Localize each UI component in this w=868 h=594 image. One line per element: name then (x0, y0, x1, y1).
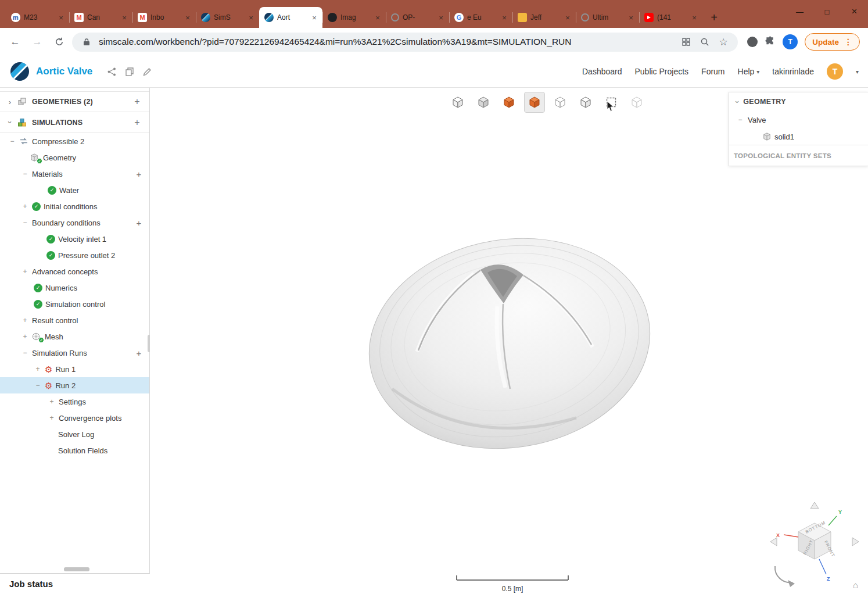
copy-icon[interactable] (125, 67, 134, 76)
expand-toggle[interactable]: + (34, 365, 42, 373)
collapse-toggle[interactable]: − (34, 381, 42, 389)
edit-pencil-icon[interactable] (143, 67, 152, 76)
home-view-icon[interactable]: ⌂ (853, 580, 858, 590)
collapse-toggle[interactable]: − (21, 219, 29, 227)
tab-close-icon[interactable]: × (690, 13, 698, 22)
forward-button[interactable]: → (28, 33, 46, 51)
add-geometry-button[interactable]: + (132, 96, 142, 107)
browser-tab-op[interactable]: OP-× (386, 7, 449, 28)
tree-item-result-control[interactable]: +Result control (0, 312, 149, 328)
collapse-toggle[interactable]: − (21, 349, 29, 357)
tab-close-icon[interactable]: × (564, 13, 572, 22)
browser-profile-avatar[interactable]: T (783, 34, 798, 49)
user-avatar[interactable]: T (827, 63, 843, 80)
tree-item-water[interactable]: ✓Water (0, 182, 149, 198)
tab-grid-icon[interactable] (680, 37, 693, 46)
tree-item-simulation-control[interactable]: ✓Simulation control (0, 296, 149, 312)
nav-help[interactable]: Help▾ (738, 67, 760, 76)
add-button[interactable]: + (134, 169, 144, 179)
tab-close-icon[interactable]: × (247, 13, 255, 22)
nav-username[interactable]: takinrinlade (772, 67, 814, 76)
tree-item-initial-conditions[interactable]: +✓Initial conditions (0, 198, 149, 214)
share-icon[interactable] (107, 67, 116, 76)
browser-tab-inbo[interactable]: MInbo× (132, 7, 196, 28)
sidebar-section-geometries[interactable]: › GEOMETRIES (2) + (0, 91, 149, 112)
tree-item-convergence-plots[interactable]: +Convergence plots (0, 410, 149, 426)
tab-close-icon[interactable]: × (184, 13, 192, 22)
horizontal-scrollbar-thumb[interactable] (64, 567, 89, 571)
new-tab-button[interactable]: + (706, 9, 722, 26)
extension-icon[interactable] (747, 37, 758, 47)
update-button[interactable]: Update ⋮ (805, 33, 860, 51)
tab-close-icon[interactable]: × (374, 13, 382, 22)
geometry-panel-header[interactable]: › GEOMETRY (729, 92, 868, 111)
close-button[interactable]: × (841, 0, 868, 23)
geometry-tree-item-valve[interactable]: − Valve (729, 111, 868, 128)
tree-item-run-2[interactable]: −⚙Run 2 (0, 377, 149, 393)
bookmark-star-icon[interactable]: ☆ (717, 36, 730, 48)
wireframe-shading-button[interactable] (575, 92, 596, 113)
browser-tab-sims[interactable]: SimS× (196, 7, 259, 28)
browser-tab-eeu[interactable]: Ge Eu× (449, 7, 512, 28)
browser-tab-141[interactable]: (141× (639, 7, 702, 28)
tree-item-solver-log[interactable]: Solver Log (0, 426, 149, 442)
add-button[interactable]: + (134, 218, 144, 228)
tree-item-settings[interactable]: +Settings (0, 393, 149, 410)
browser-tab-jeff[interactable]: Jeff× (512, 7, 576, 28)
tree-item-run-1[interactable]: +⚙Run 1 (0, 361, 149, 377)
url-text[interactable]: simscale.com/workbench/?pid=707922212694… (99, 37, 674, 47)
tree-item-velocity-inlet-1[interactable]: ✓Velocity inlet 1 (0, 231, 149, 247)
expand-toggle[interactable]: + (21, 267, 29, 275)
rotate-view-arrow[interactable] (775, 566, 792, 582)
expand-toggle[interactable]: + (48, 414, 56, 422)
tree-item-simulation-runs[interactable]: −Simulation Runs+ (0, 345, 149, 361)
surface-select-button[interactable] (498, 92, 519, 113)
nav-public-projects[interactable]: Public Projects (634, 67, 688, 76)
nav-dashboard[interactable]: Dashboard (582, 67, 622, 76)
volume-select-button[interactable] (524, 92, 545, 113)
search-icon[interactable] (698, 37, 711, 46)
browser-tab-can[interactable]: MCan× (69, 7, 132, 28)
reload-button[interactable] (50, 33, 69, 51)
tree-item-geometry[interactable]: ✓Geometry (0, 149, 149, 166)
browser-tab-imag[interactable]: Imag× (322, 7, 386, 28)
collapse-toggle[interactable]: − (8, 137, 16, 145)
chevron-right-icon[interactable]: › (7, 98, 13, 106)
tab-close-icon[interactable]: × (310, 13, 318, 22)
tree-item-pressure-outlet-2[interactable]: ✓Pressure outlet 2 (0, 247, 149, 263)
maximize-button[interactable]: □ (813, 0, 841, 23)
browser-menu-icon[interactable]: ⋮ (844, 37, 852, 46)
hide-selected-button[interactable] (626, 92, 647, 113)
sidebar-section-simulations[interactable]: › SIMULATIONS + (0, 112, 149, 133)
nav-forum[interactable]: Forum (701, 67, 724, 76)
expand-toggle[interactable]: + (21, 332, 29, 341)
collapse-toggle[interactable]: − (736, 116, 744, 124)
tree-item-boundary-conditions[interactable]: −Boundary conditions+ (0, 214, 149, 231)
tree-item-compressible-2[interactable]: −Compressible 2 (0, 133, 149, 149)
extensions-puzzle-icon[interactable] (765, 35, 776, 49)
tab-close-icon[interactable]: × (120, 13, 128, 22)
geometry-tree-item-solid1[interactable]: solid1 (729, 128, 868, 145)
user-menu-chevron-icon[interactable]: ▾ (856, 69, 859, 75)
browser-tab-ultim[interactable]: Ultim× (576, 7, 639, 28)
valve-3d-model[interactable] (366, 233, 654, 449)
tab-close-icon[interactable]: × (500, 13, 508, 22)
transparent-shading-button[interactable] (550, 92, 571, 113)
job-status-bar[interactable]: Job status (0, 573, 150, 594)
browser-tab-m23[interactable]: mM23× (6, 7, 69, 28)
browser-tab-aort[interactable]: Aort× (259, 7, 322, 28)
tree-item-materials[interactable]: −Materials+ (0, 166, 149, 182)
back-button[interactable]: ← (6, 33, 24, 51)
collapse-toggle[interactable]: − (21, 170, 29, 178)
minimize-button[interactable]: — (786, 0, 813, 23)
solid-shading-button[interactable] (473, 92, 494, 113)
expand-toggle[interactable]: + (48, 398, 56, 406)
tree-item-advanced-concepts[interactable]: +Advanced concepts (0, 263, 149, 280)
navigation-cube[interactable]: BOTTOM FRONT RIGHT X Y Z ⌂ (768, 501, 867, 594)
topological-entity-sets-header[interactable]: TOPOLOGICAL ENTITY SETS (729, 145, 868, 166)
url-omnibox[interactable]: simscale.com/workbench/?pid=707922212694… (72, 33, 738, 52)
expand-toggle[interactable]: + (21, 316, 29, 324)
simscale-logo[interactable] (9, 61, 30, 82)
add-simulation-button[interactable]: + (132, 117, 142, 128)
tree-item-mesh[interactable]: +✓Mesh (0, 328, 149, 345)
